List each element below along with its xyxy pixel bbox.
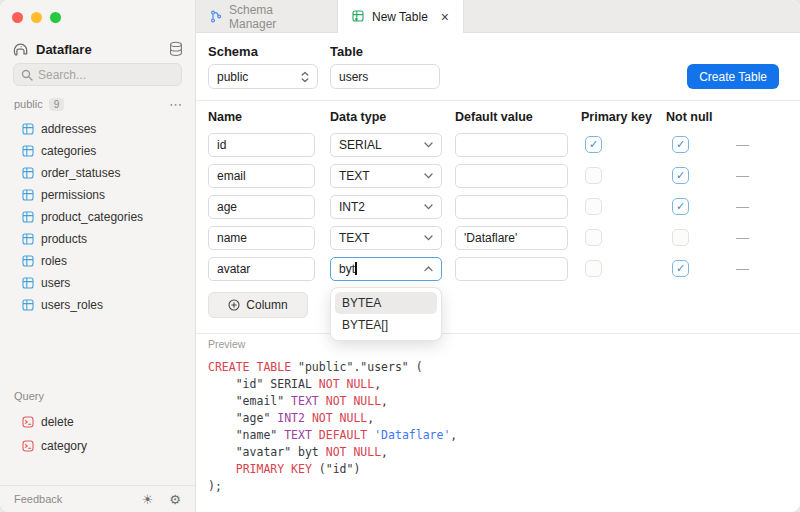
database-icon[interactable] <box>169 41 183 57</box>
search-box <box>13 63 182 86</box>
primary-key-checkbox[interactable]: ✓ <box>585 198 602 215</box>
primary-key-checkbox[interactable]: ✓ <box>585 260 602 277</box>
sidebar-item-roles[interactable]: roles <box>0 250 195 272</box>
theme-toggle-icon[interactable]: ☀ <box>142 493 154 506</box>
table-grid-icon <box>22 123 34 135</box>
remove-column-button[interactable]: — <box>736 230 749 245</box>
not-null-checkbox[interactable]: ✓ <box>672 136 689 153</box>
not-null-checkbox[interactable]: ✓ <box>672 167 689 184</box>
check-icon: ✓ <box>676 201 685 212</box>
remove-column-button[interactable]: — <box>736 199 749 214</box>
dropdown-option-bytea[interactable]: BYTEA <box>335 292 437 314</box>
window-controls <box>12 12 61 23</box>
minimize-window-button[interactable] <box>31 12 42 23</box>
header-name: Name <box>208 110 242 124</box>
sidebar-item-categories[interactable]: categories <box>0 140 195 162</box>
column-name-input[interactable] <box>208 164 315 188</box>
schema-group-label[interactable]: public <box>14 98 43 110</box>
divider <box>196 100 800 101</box>
remove-column-button[interactable]: — <box>736 168 749 183</box>
search-input[interactable] <box>38 68 174 82</box>
primary-key-checkbox[interactable]: ✓ <box>585 136 602 153</box>
divider <box>196 333 800 334</box>
data-type-select[interactable]: TEXT <box>330 226 442 250</box>
default-value-input[interactable] <box>455 164 568 188</box>
sql-line: PRIMARY KEY ("id") <box>208 461 792 478</box>
query-item-category[interactable]: category <box>0 434 195 458</box>
add-column-button[interactable]: Column <box>208 292 308 318</box>
tab-schema-manager[interactable]: Schema Manager <box>196 0 337 33</box>
column-name-input[interactable] <box>208 133 315 157</box>
header-primary-key: Primary key <box>581 110 652 124</box>
header-default-value: Default value <box>455 110 533 124</box>
create-table-button[interactable]: Create Table <box>687 64 779 89</box>
schema-label: Schema <box>208 44 258 59</box>
schema-select[interactable]: public <box>208 64 318 89</box>
sidebar-item-users-roles[interactable]: users_roles <box>0 294 195 316</box>
plus-circle-icon <box>228 299 240 311</box>
table-grid-icon <box>22 167 34 179</box>
terminal-icon <box>22 416 34 428</box>
table-grid-icon <box>22 277 34 289</box>
main-area: Schema Manager New Table × Schema Table … <box>196 0 800 512</box>
data-type-select[interactable]: INT2 <box>330 195 442 219</box>
chevron-down-icon <box>424 204 433 210</box>
sidebar-item-addresses[interactable]: addresses <box>0 118 195 140</box>
column-row: SERIAL ✓ ✓ — <box>196 133 800 157</box>
data-type-dropdown: BYTEA BYTEA[] <box>330 287 442 341</box>
sidebar: Dataflare public 9 ⋯ <box>0 0 196 512</box>
primary-key-checkbox[interactable]: ✓ <box>585 229 602 246</box>
dropdown-option-bytea-array[interactable]: BYTEA[] <box>335 314 437 336</box>
header-not-null: Not null <box>666 110 713 124</box>
column-name-input[interactable] <box>208 195 315 219</box>
tab-new-table[interactable]: New Table × <box>337 0 464 33</box>
default-value-input[interactable] <box>455 226 568 250</box>
query-section-label: Query <box>14 390 44 402</box>
remove-column-button[interactable]: — <box>736 261 749 276</box>
column-name-input[interactable] <box>208 257 315 281</box>
column-row: byt ✓ ✓ — <box>196 257 800 281</box>
close-window-button[interactable] <box>12 12 23 23</box>
table-name-input[interactable] <box>339 70 431 84</box>
sql-line: "name" TEXT DEFAULT 'Dataflare', <box>208 427 792 444</box>
not-null-checkbox[interactable]: ✓ <box>672 198 689 215</box>
sql-line: "id" SERIAL NOT NULL, <box>208 376 792 393</box>
check-icon: ✓ <box>676 170 685 181</box>
column-name-input[interactable] <box>208 226 315 250</box>
chevron-down-icon <box>424 235 433 241</box>
sidebar-item-products[interactable]: products <box>0 228 195 250</box>
sidebar-item-users[interactable]: users <box>0 272 195 294</box>
table-list: addresses categories order_statuses perm… <box>0 118 195 316</box>
preview-label: Preview <box>208 338 245 350</box>
not-null-checkbox[interactable]: ✓ <box>672 260 689 277</box>
postgres-logo-icon <box>12 41 29 58</box>
data-type-select[interactable]: SERIAL <box>330 133 442 157</box>
table-grid-icon <box>22 299 34 311</box>
data-type-combobox-editing[interactable]: byt <box>330 257 442 281</box>
tab-bar: Schema Manager New Table × <box>196 0 800 33</box>
sql-line: "email" TEXT NOT NULL, <box>208 393 792 410</box>
table-grid-icon <box>22 145 34 157</box>
not-null-checkbox[interactable]: ✓ <box>672 229 689 246</box>
schema-more-button[interactable]: ⋯ <box>169 97 183 112</box>
table-name-field <box>330 64 440 89</box>
sql-line: CREATE TABLE "public"."users" ( <box>208 359 792 376</box>
data-type-select[interactable]: TEXT <box>330 164 442 188</box>
default-value-input[interactable] <box>455 257 568 281</box>
sidebar-item-product-categories[interactable]: product_categories <box>0 206 195 228</box>
sidebar-item-permissions[interactable]: permissions <box>0 184 195 206</box>
close-tab-icon[interactable]: × <box>441 9 449 25</box>
primary-key-checkbox[interactable]: ✓ <box>585 167 602 184</box>
query-item-delete[interactable]: delete <box>0 410 195 434</box>
settings-gear-icon[interactable]: ⚙ <box>169 493 181 506</box>
feedback-link[interactable]: Feedback <box>14 493 62 505</box>
default-value-input[interactable] <box>455 195 568 219</box>
sql-line: ); <box>208 478 792 495</box>
sidebar-item-order-statuses[interactable]: order_statuses <box>0 162 195 184</box>
column-row: TEXT ✓ ✓ — <box>196 164 800 188</box>
table-label: Table <box>330 44 363 59</box>
zoom-window-button[interactable] <box>50 12 61 23</box>
default-value-input[interactable] <box>455 133 568 157</box>
remove-column-button[interactable]: — <box>736 137 749 152</box>
sql-preview: CREATE TABLE "public"."users" ( "id" SER… <box>208 359 792 495</box>
